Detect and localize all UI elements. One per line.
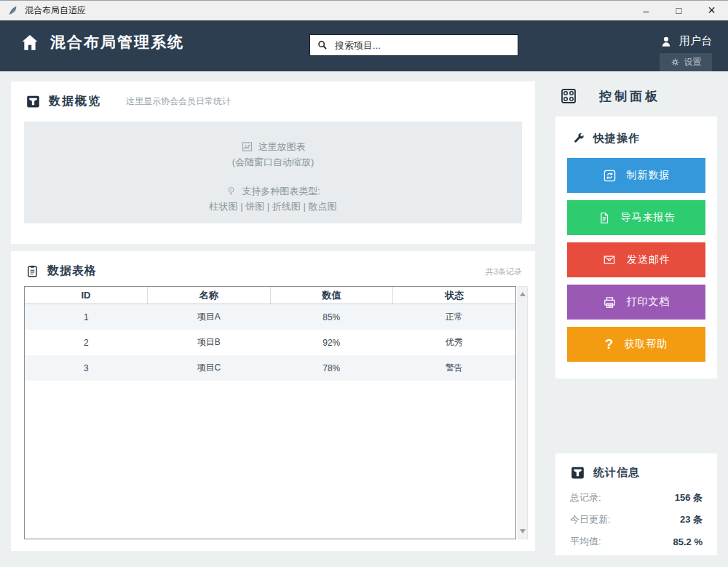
header-title: 混合布局管理系统 [50, 32, 184, 52]
cell-name: 项目A [148, 304, 271, 330]
stats-card: 统计信息 总记录: 156 条 今日更新: 23 条 平均值: 85.2 % [555, 453, 717, 555]
cell-value: 85% [270, 304, 393, 330]
app-header: 混合布局管理系统 用户台 设置 [0, 20, 728, 71]
scroll-up-arrow[interactable] [518, 288, 527, 300]
home-icon [19, 33, 41, 52]
control-panel-header: 控制面板 [555, 84, 717, 108]
cell-value: 92% [270, 330, 393, 355]
table-row[interactable]: 3 项目C 78% 警告 [25, 355, 515, 381]
stats-title: 统计信息 [593, 466, 640, 480]
table-scrollbar[interactable] [518, 286, 528, 539]
stat-label: 总记录: [570, 491, 601, 504]
stat-label: 今日更新: [570, 513, 611, 526]
table-title: 数据表格 [47, 263, 97, 279]
overview-title: 数据概览 [49, 94, 101, 109]
maximize-button[interactable]: □ [662, 1, 695, 20]
control-grid-icon [560, 87, 577, 105]
chart-placeholder-line3: 支持多种图表类型: [24, 183, 522, 199]
cell-id: 1 [25, 304, 148, 330]
clipboard-icon [25, 263, 39, 279]
brand: 混合布局管理系统 [19, 32, 184, 52]
user-row[interactable]: 用户台 [660, 34, 712, 48]
stat-value: 23 条 [680, 513, 703, 526]
settings-label: 设置 [684, 56, 702, 68]
window-titlebar[interactable]: 混合布局自适应 – □ × [0, 0, 728, 20]
user-label: 用户台 [679, 34, 712, 48]
control-panel-title: 控制面板 [599, 88, 660, 105]
refresh-data-label: 制新数据 [627, 169, 670, 182]
chart-placeholder: 这里放图表 (会随窗口自动缩放) 支持多种图表类型: 柱状图 | 饼图 | 折线… [24, 122, 522, 223]
bulb-icon [226, 185, 237, 197]
chart-placeholder-line4: 柱状图 | 饼图 | 折线图 | 散点图 [24, 199, 522, 214]
print-document-button[interactable]: 打印文档 [567, 285, 705, 320]
stat-row: 总记录: 156 条 [555, 491, 717, 504]
stats-head: 统计信息 [555, 453, 717, 480]
box-chart-icon [25, 94, 41, 109]
question-icon: ? [605, 336, 614, 352]
search-icon [317, 39, 328, 51]
get-help-label: 获取帮助 [624, 338, 668, 351]
stat-value: 85.2 % [673, 536, 703, 547]
chart-placeholder-line1: 这里放图表 [24, 139, 522, 154]
print-document-label: 打印文档 [627, 296, 670, 309]
get-help-button[interactable]: ? 获取帮助 [567, 327, 705, 362]
column-header-id[interactable]: ID [25, 287, 148, 304]
actions-list: 制新数据 导马来报告 发送邮件 打 [555, 146, 717, 362]
search-input[interactable] [333, 39, 511, 52]
overview-subtitle: 这里显示协会会员日常统计 [126, 95, 231, 108]
cell-value: 78% [270, 355, 393, 381]
stat-row: 今日更新: 23 条 [555, 513, 717, 526]
stat-value: 156 条 [675, 491, 703, 504]
email-icon [602, 253, 617, 266]
document-icon [598, 211, 611, 225]
cell-name: 项目B [148, 330, 271, 355]
cell-status: 优秀 [393, 330, 516, 355]
export-report-label: 导马来报告 [621, 211, 676, 224]
user-menu[interactable]: 用户台 设置 [660, 34, 712, 71]
printer-icon [603, 296, 617, 309]
quick-actions-card: 快捷操作 制新数据 导马来报告 发送邮件 [555, 116, 717, 378]
table-row[interactable]: 1 项目A 85% 正常 [25, 304, 515, 330]
quick-actions-head: 快捷操作 [555, 116, 717, 146]
table-card: 数据表格 共3条记录 ID 名称 数值 状态 1 项目A 85% 正常 2 项目… [11, 251, 535, 551]
gear-icon [670, 58, 680, 67]
feather-icon [7, 5, 18, 16]
export-report-button[interactable]: 导马来报告 [567, 200, 705, 235]
overview-card: 数据概览 这里显示协会会员日常统计 这里放图表 (会随窗口自动缩放) 支持多种图… [11, 82, 535, 244]
window-title: 混合布局自适应 [25, 4, 86, 17]
cell-status: 正常 [393, 304, 516, 330]
chart-placeholder-line2: (会随窗口自动缩放) [24, 154, 522, 170]
table-header-row: ID 名称 数值 状态 [25, 287, 515, 304]
minimize-button[interactable]: – [630, 1, 662, 20]
table-row[interactable]: 2 项目B 92% 优秀 [25, 330, 515, 355]
cell-status: 警告 [393, 355, 516, 381]
settings-button[interactable]: 设置 [660, 53, 712, 71]
overview-card-head: 数据概览 这里显示协会会员日常统计 [11, 82, 535, 109]
window-controls: – □ × [630, 1, 728, 20]
table-card-head: 数据表格 [11, 251, 535, 279]
cell-name: 项目C [148, 355, 271, 381]
user-icon [660, 35, 673, 48]
column-header-status[interactable]: 状态 [393, 287, 515, 304]
send-email-button[interactable]: 发送邮件 [567, 242, 705, 277]
box-chart-icon [570, 465, 585, 480]
quick-actions-title: 快捷操作 [593, 132, 640, 146]
cell-id: 3 [25, 355, 148, 381]
chart-placeholder-gap [24, 170, 522, 183]
refresh-icon [603, 169, 617, 183]
column-header-name[interactable]: 名称 [148, 287, 271, 304]
record-count: 共3条记录 [486, 266, 522, 277]
stat-row: 平均值: 85.2 % [555, 535, 717, 548]
refresh-data-button[interactable]: 制新数据 [567, 158, 705, 193]
send-email-label: 发送邮件 [627, 253, 670, 266]
wrench-icon [571, 132, 585, 146]
data-table: ID 名称 数值 状态 1 项目A 85% 正常 2 项目B 92% 优秀 3 … [24, 286, 516, 539]
search-box[interactable] [309, 34, 518, 56]
stat-label: 平均值: [570, 535, 601, 548]
column-header-value[interactable]: 数值 [271, 287, 394, 304]
cell-id: 2 [25, 330, 148, 355]
close-button[interactable]: × [695, 1, 728, 20]
scroll-down-arrow[interactable] [518, 526, 527, 537]
chart-grid-icon [241, 140, 253, 153]
